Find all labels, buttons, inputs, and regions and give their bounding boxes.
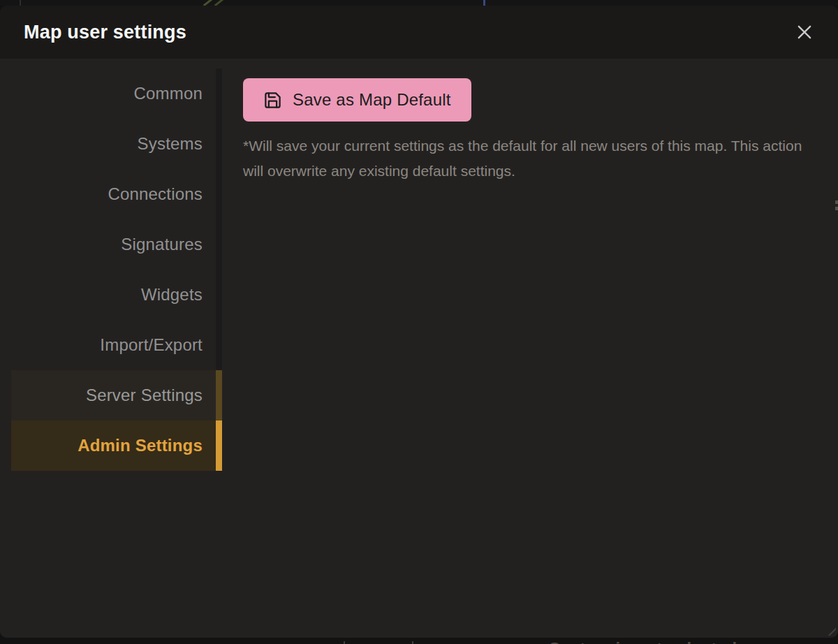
active-indicator-bar <box>216 119 222 169</box>
sidebar-item-label: Import/Export <box>100 335 203 355</box>
sidebar-item-widgets[interactable]: Widgets <box>11 270 222 320</box>
background-divider-line <box>20 0 21 6</box>
active-indicator-bar <box>216 320 222 370</box>
settings-sidebar: Common Systems Connections Signatures Wi… <box>11 68 222 471</box>
active-indicator-bar <box>216 219 222 270</box>
sidebar-item-connections[interactable]: Connections <box>11 169 222 219</box>
active-indicator-bar <box>216 270 222 320</box>
floppy-disk-icon <box>263 91 282 110</box>
save-default-note: *Will save your current settings as the … <box>243 133 809 184</box>
sidebar-item-systems[interactable]: Systems <box>11 119 222 169</box>
background-edge-artifact <box>835 200 838 212</box>
sidebar-item-admin-settings[interactable]: Admin Settings <box>11 420 222 471</box>
map-user-settings-modal: Map user settings Common Systems <box>0 6 838 638</box>
close-icon <box>795 22 814 42</box>
resize-grip[interactable] <box>828 627 836 636</box>
close-button[interactable] <box>789 17 820 47</box>
background-status-text: System is not selected <box>549 639 737 644</box>
sidebar-item-label: Signatures <box>121 235 203 254</box>
background-app-strip-top <box>0 0 838 6</box>
background-divider-line <box>483 0 485 6</box>
sidebar-item-label: Server Settings <box>86 386 203 405</box>
active-indicator-bar <box>216 420 222 471</box>
modal-title: Map user settings <box>24 22 186 43</box>
sidebar-item-label: Common <box>133 84 203 103</box>
sidebar-item-label: Systems <box>138 134 203 154</box>
active-indicator-bar <box>216 68 222 119</box>
admin-settings-panel: Save as Map Default *Will save your curr… <box>243 78 810 184</box>
save-as-map-default-button[interactable]: Save as Map Default <box>243 78 471 122</box>
sidebar-item-server-settings[interactable]: Server Settings <box>11 370 222 420</box>
background-app-strip-bottom: System is not selected <box>0 638 838 644</box>
sidebar-item-import-export[interactable]: Import/Export <box>11 320 222 370</box>
screen: Map user settings Common Systems <box>0 0 838 644</box>
active-indicator-bar <box>216 370 222 420</box>
sidebar-item-label: Connections <box>108 184 203 204</box>
modal-header: Map user settings <box>0 6 838 59</box>
background-divider-line <box>412 641 413 644</box>
background-divider-line <box>344 641 345 644</box>
background-map-connection-line <box>203 0 213 6</box>
sidebar-item-label: Widgets <box>141 285 203 305</box>
sidebar-item-common[interactable]: Common <box>11 68 222 119</box>
background-map-connection-line <box>214 0 224 6</box>
save-button-label: Save as Map Default <box>293 90 451 110</box>
modal-body: Common Systems Connections Signatures Wi… <box>0 59 838 638</box>
sidebar-item-label: Admin Settings <box>78 436 203 455</box>
active-indicator-bar <box>216 169 222 219</box>
sidebar-item-signatures[interactable]: Signatures <box>11 219 222 270</box>
